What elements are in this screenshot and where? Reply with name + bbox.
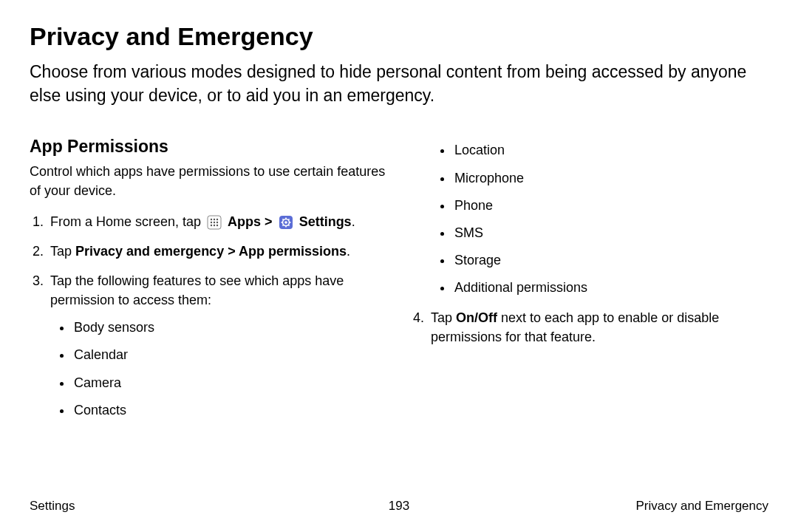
sep-1: >: [261, 214, 276, 229]
step-4-bold: On/Off: [456, 310, 497, 325]
intro-text: Choose from various modes designed to hi…: [30, 60, 768, 107]
list-item: Phone: [453, 197, 768, 215]
bullets-left: Body sensors Calendar Camera Contacts: [50, 318, 388, 420]
settings-gear-icon: [278, 214, 294, 231]
svg-line-20: [282, 225, 283, 225]
step-1-pre: From a Home screen, tap: [50, 214, 205, 229]
list-item: SMS: [453, 224, 768, 242]
svg-line-19: [288, 219, 289, 219]
apps-grid-icon: [206, 214, 222, 231]
steps-left: From a Home screen, tap Apps > Settings.…: [30, 212, 388, 420]
step-2: Tap Privacy and emergency > App permissi…: [47, 242, 388, 261]
section-intro: Control which apps have permissions to u…: [30, 163, 388, 200]
step-4-pre: Tap: [431, 310, 456, 325]
list-item: Calendar: [72, 346, 388, 364]
step-3-text: Tap the following features to see which …: [50, 273, 344, 307]
svg-point-6: [216, 222, 218, 223]
page-title: Privacy and Emergency: [30, 22, 768, 51]
step-2-pre: Tap: [50, 244, 75, 259]
footer-right: Privacy and Emergency: [635, 499, 768, 514]
footer-page-number: 193: [389, 499, 409, 514]
svg-point-9: [216, 225, 218, 226]
apps-label: Apps: [228, 214, 261, 229]
svg-point-4: [211, 222, 212, 223]
svg-point-7: [211, 225, 212, 226]
step-1-end: .: [352, 214, 355, 229]
list-item: Additional permissions: [453, 279, 768, 297]
step-3: Tap the following features to see which …: [47, 271, 388, 420]
step-4: Tap On/Off next to each app to enable or…: [428, 308, 768, 347]
svg-point-3: [216, 219, 218, 220]
svg-point-2: [214, 219, 215, 220]
step-1: From a Home screen, tap Apps > Settings.: [47, 212, 388, 231]
list-item: Body sensors: [72, 318, 388, 337]
section-title: App Permissions: [30, 137, 388, 157]
left-column: App Permissions Control which apps have …: [30, 137, 388, 430]
list-item: Contacts: [72, 401, 388, 420]
bullets-right: Location Microphone Phone SMS Storage Ad…: [431, 141, 768, 297]
svg-point-1: [211, 219, 212, 220]
right-column: Location Microphone Phone SMS Storage Ad…: [410, 137, 768, 430]
list-item: Camera: [72, 374, 388, 392]
svg-line-17: [282, 219, 283, 219]
settings-label: Settings: [299, 214, 352, 229]
svg-point-5: [214, 222, 215, 223]
step-2-bold: Privacy and emergency > App permissions: [75, 244, 347, 259]
steps-right: Tap On/Off next to each app to enable or…: [410, 308, 768, 347]
list-item: Microphone: [453, 169, 768, 188]
content-columns: App Permissions Control which apps have …: [30, 137, 768, 430]
list-item: Location: [453, 141, 768, 160]
footer-left: Settings: [30, 499, 75, 514]
step-2-end: .: [347, 244, 350, 259]
svg-point-8: [214, 225, 215, 226]
svg-point-12: [284, 221, 287, 224]
page-footer: Settings 193 Privacy and Emergency: [30, 499, 768, 514]
svg-line-18: [288, 225, 289, 225]
list-item: Storage: [453, 251, 768, 270]
